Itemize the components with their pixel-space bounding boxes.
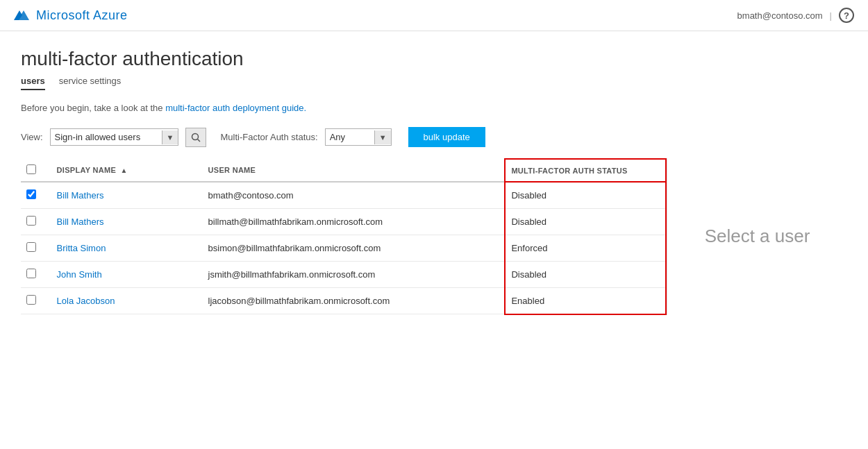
username-cell: ljacobson@billmathfabrikam.onmicrosoft.c… (203, 288, 506, 314)
bulk-update-button[interactable]: bulk update (408, 127, 485, 147)
tab-bar: users service settings (21, 76, 847, 90)
intro-text: Before you begin, take a look at the mul… (21, 103, 847, 113)
table-row: Lola Jacobson ljacobson@billmathfabrikam… (21, 288, 666, 314)
username-cell: billmath@billmathfabrikam.onmicrosoft.co… (203, 209, 506, 235)
row-checkbox[interactable] (26, 242, 36, 252)
select-all-checkbox[interactable] (26, 164, 36, 174)
mfa-status-cell: Disabled (505, 209, 666, 235)
row-checkbox[interactable] (26, 216, 36, 226)
mfa-status-cell: Disabled (505, 262, 666, 288)
header: Microsoft Azure bmath@contoso.com | ? (0, 0, 868, 31)
header-divider: | (830, 10, 832, 21)
user-link[interactable]: Bill Mathers (57, 190, 104, 201)
header-right: bmath@contoso.com | ? (737, 8, 854, 23)
row-checkbox-cell (21, 262, 51, 288)
mfa-status-select[interactable]: Any Enabled Disabled Enforced (326, 129, 374, 145)
deployment-guide-link[interactable]: multi-factor auth deployment guide. (165, 103, 306, 113)
row-checkbox-cell (21, 235, 51, 262)
main-content: multi-factor authentication users servic… (0, 31, 868, 332)
username-cell: bmath@contoso.com (203, 182, 506, 209)
mfa-select-wrap: Any Enabled Disabled Enforced ▼ (325, 128, 392, 146)
sort-asc-icon: ▲ (120, 167, 127, 174)
user-table: DISPLAY NAME ▲ USER NAME MULTI-FACTOR AU… (21, 158, 667, 315)
mfa-status-cell: Enabled (505, 288, 666, 314)
help-icon[interactable]: ? (839, 8, 854, 23)
view-label: View: (21, 132, 43, 142)
tab-service-settings[interactable]: service settings (59, 76, 122, 90)
display-name-cell: John Smith (51, 262, 203, 288)
mfa-select-arrow-icon[interactable]: ▼ (374, 130, 391, 144)
view-select-wrap: Sign-in allowed users Sign-in blocked us… (50, 128, 179, 146)
user-link[interactable]: John Smith (57, 269, 102, 280)
page-title: multi-factor authentication (21, 48, 847, 70)
brand: Microsoft Azure (14, 8, 128, 23)
mfa-status-cell: Disabled (505, 182, 666, 209)
row-checkbox[interactable] (26, 189, 36, 199)
display-name-cell: Britta Simon (51, 235, 203, 262)
th-display-name: DISPLAY NAME ▲ (51, 159, 203, 182)
row-checkbox[interactable] (26, 295, 36, 305)
mfa-label: Multi-Factor Auth status: (220, 132, 317, 142)
th-mfa-status: MULTI-FACTOR AUTH STATUS (505, 159, 666, 182)
username-cell: bsimon@billmathfabrikam.onmicrosoft.com (203, 235, 506, 262)
user-link[interactable]: Bill Mathers (57, 217, 104, 227)
right-panel: Select a user (667, 158, 847, 315)
view-select[interactable]: Sign-in allowed users Sign-in blocked us… (51, 129, 162, 145)
intro-prefix: Before you begin, take a look at the (21, 103, 165, 113)
svg-point-2 (192, 133, 199, 139)
table-row: Bill Mathers bmath@contoso.com Disabled (21, 182, 666, 209)
svg-line-3 (198, 139, 201, 142)
user-link[interactable]: Lola Jacobson (57, 296, 115, 306)
select-user-message: Select a user (705, 226, 810, 247)
user-link[interactable]: Britta Simon (57, 243, 106, 253)
table-row: Britta Simon bsimon@billmathfabrikam.onm… (21, 235, 666, 262)
display-name-cell: Lola Jacobson (51, 288, 203, 314)
user-email: bmath@contoso.com (737, 10, 823, 21)
th-checkbox (21, 159, 51, 182)
username-cell: jsmith@billmathfabrikam.onmicrosoft.com (203, 262, 506, 288)
brand-name: Microsoft Azure (36, 8, 128, 23)
display-name-cell: Bill Mathers (51, 182, 203, 209)
search-button[interactable] (185, 128, 206, 147)
tab-users[interactable]: users (21, 76, 45, 90)
content-area: DISPLAY NAME ▲ USER NAME MULTI-FACTOR AU… (21, 158, 847, 315)
mfa-status-cell: Enforced (505, 235, 666, 262)
search-icon (191, 133, 201, 142)
table-row: John Smith jsmith@billmathfabrikam.onmic… (21, 262, 666, 288)
row-checkbox-cell (21, 209, 51, 235)
azure-logo-icon (14, 8, 29, 23)
th-user-name: USER NAME (203, 159, 506, 182)
display-name-cell: Bill Mathers (51, 209, 203, 235)
filter-bar: View: Sign-in allowed users Sign-in bloc… (21, 127, 847, 147)
row-checkbox[interactable] (26, 269, 36, 278)
row-checkbox-cell (21, 288, 51, 314)
row-checkbox-cell (21, 182, 51, 209)
view-select-arrow-icon[interactable]: ▼ (162, 130, 178, 144)
table-section: DISPLAY NAME ▲ USER NAME MULTI-FACTOR AU… (21, 158, 667, 315)
table-row: Bill Mathers billmath@billmathfabrikam.o… (21, 209, 666, 235)
